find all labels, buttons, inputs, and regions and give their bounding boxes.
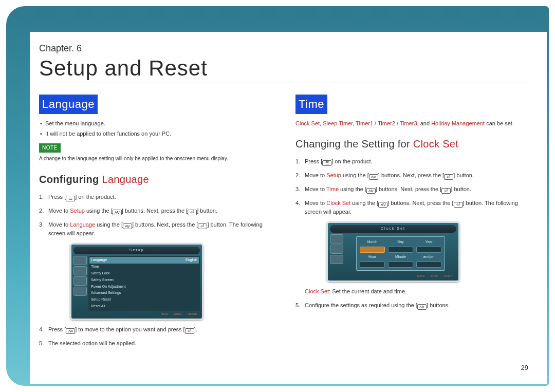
step-text: Move to [305,172,326,178]
osd-footer-hint: Move [417,274,425,277]
updown-icon [417,304,427,310]
osd-menu-row: LanguageEnglish [89,257,199,264]
section-title-language: Language [39,95,98,114]
divider-rule [39,83,529,83]
step-text: ] buttons. Next, press the [ [376,186,441,192]
clock-header: Minute [388,254,413,260]
enter-icon [454,202,463,208]
step-highlight: Time [326,186,339,192]
osd-footer-hint: Return [188,312,197,315]
osd-menu-row: Safety Screen [89,277,199,284]
intro-hl: Clock Set [295,120,320,126]
subheading-bold: Configuring [39,174,99,185]
osd-side-icon [73,256,87,265]
subheading-configuring-language: Configuring Language [39,172,273,188]
step-text: Press [ [305,158,322,164]
osd-body: Month Day Year Hour Minute am/pm [330,234,456,273]
step-text: Move to [48,208,70,214]
osd-title: Clock Set [330,225,456,233]
step-highlight: Language [70,221,95,228]
step-text: using the [ [95,221,123,228]
menu-icon [322,160,331,166]
osd-side-icon [73,276,87,286]
step-item: Press [] on the product. [39,193,273,201]
step-text: Press [ [48,194,66,200]
subheading-highlight: Language [102,174,149,185]
intro-hl: Holiday Management [431,120,485,126]
clock-caption: Clock Set: Set the current date and time… [305,287,529,296]
step-text: ] to move to the option you want and pre… [75,326,184,332]
osd-menu-label: Time [91,264,99,270]
clock-box [360,247,385,253]
clock-box [360,262,385,268]
chapter-label: Chapter. 6 [39,43,529,54]
osd-side-icon [330,234,343,244]
osd-panel: Setup LanguageEnglish Time Safety Lock [70,243,203,320]
page-content: Chapter. 6 Setup and Reset Language Set … [30,32,547,384]
enter-icon [444,174,453,180]
step-text: Move to [48,221,70,228]
osd-menu-row: Time [89,264,199,270]
osd-footer-hint: Move [161,312,169,315]
clock-box [388,262,413,268]
menu-icon [66,196,75,201]
osd-side-icons [330,234,343,273]
clock-panel: Month Day Year Hour Minute am/pm [356,236,445,271]
enter-icon [441,188,451,194]
updown-icon [123,223,132,229]
osd-menu-label: Language [91,257,107,263]
subheading-clock-set: Changing the Setting for Clock Set [295,136,529,152]
step-text: using the [ [339,186,366,192]
step-text: Press [ [48,326,66,332]
step-item: Move to Setup using the [] buttons. Next… [295,171,529,180]
osd-menu-row: Reset All [89,303,199,310]
step-text: Move to [305,200,326,206]
clock-header: Month [360,239,385,245]
step-item: Configure the settings as required using… [295,301,529,310]
step-item: Press [] on the product. [295,157,529,166]
intro-text: , and [417,120,432,126]
osd-menu-label: Safety Lock [91,271,110,276]
osd-menu-label: Advanced Settings [91,290,121,296]
updown-icon [378,202,387,208]
osd-footer-hint: Return [444,274,453,277]
osd-side-icon [73,266,87,275]
updown-icon [113,210,122,215]
language-steps: Press [] on the product. Move to Setup u… [39,193,273,238]
step-text: using the [ [341,172,369,178]
subheading-plain: Changing the Setting for [295,138,413,150]
step-text: ] buttons. Next, press the [ [122,208,188,214]
clock-header: Year [416,239,441,245]
osd-menu-label: Setup Reset [91,297,111,303]
step-text: Configure the settings as required using… [305,302,417,308]
osd-menu-label: Reset All [91,304,105,309]
step-text: ] button. [453,172,474,178]
intro-text: can be set. [485,120,514,126]
osd-side-icon [330,245,343,254]
osd-menu-list: LanguageEnglish Time Safety Lock Safety … [88,256,200,311]
bullet-item: Set the menu language. [39,119,273,128]
clock-header: am/pm [416,254,441,260]
osd-footer: Move Enter Return [330,273,456,278]
osd-body: LanguageEnglish Time Safety Lock Safety … [73,256,200,311]
step-item: Move to Time using the [] buttons. Next,… [295,185,529,194]
bullet-item: It will not be applied to other function… [39,129,273,138]
osd-footer-hint: Enter [174,312,181,315]
osd-side-icons [73,256,87,311]
updown-icon [366,188,376,194]
step-highlight: Setup [70,208,85,214]
enter-icon [188,210,197,215]
step-text: ] button. [197,208,217,214]
time-intro: Clock Set, Sleep Timer, Timer1 / Timer2 … [295,119,529,128]
right-column: Time Clock Set, Sleep Timer, Timer1 / Ti… [295,95,529,353]
chapter-title: Setup and Reset [39,56,529,81]
osd-menu-label: Safety Screen [91,277,114,283]
clock-box [388,247,413,253]
note-text: A change to the language setting will on… [39,155,273,163]
subheading-highlight: Clock Set [413,138,458,150]
osd-menu-value: English [186,257,197,263]
intro-hl: Timer1 / Timer2 / Timer3 [356,120,417,126]
osd-footer: Move Enter Return [73,311,200,316]
language-steps-cont: Press [] to move to the option you want … [39,325,273,348]
osd-footer-hint: Enter [431,274,438,277]
